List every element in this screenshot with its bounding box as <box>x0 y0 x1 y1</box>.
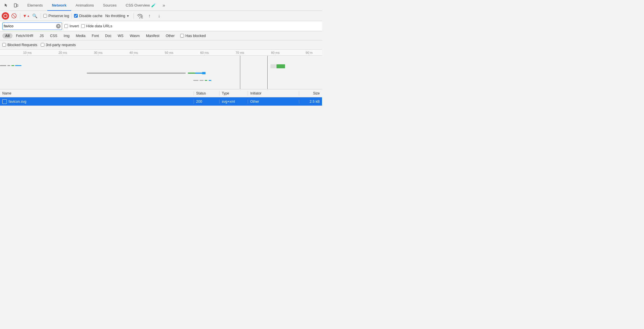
col-header-size: Size <box>299 91 322 95</box>
tab-elements[interactable]: Elements <box>23 0 47 11</box>
search-input[interactable] <box>4 24 56 28</box>
blocked-requests-checkbox[interactable]: Blocked Requests <box>2 43 37 47</box>
chevron-down-icon: ▼ <box>126 14 130 18</box>
filter-manifest[interactable]: Manifest <box>143 33 162 38</box>
upload-download-buttons: ↑ ↓ <box>146 12 163 20</box>
cursor-icon[interactable] <box>2 1 10 9</box>
row-size-cell: 2.5 kB <box>299 100 322 104</box>
separator-4 <box>134 13 134 19</box>
upload-button[interactable]: ↑ <box>146 12 153 20</box>
ruler-tick-60ms: 60 ms <box>200 51 209 55</box>
device-icon[interactable] <box>12 1 20 9</box>
ruler-tick-20ms: 20 ms <box>59 51 67 55</box>
download-button[interactable]: ↓ <box>155 12 163 20</box>
filter-doc[interactable]: Doc <box>102 33 114 38</box>
blocked-requests-input[interactable] <box>2 43 6 47</box>
hide-data-urls-input[interactable] <box>81 24 85 28</box>
timeline-area: 10 ms 20 ms 30 ms 40 ms 50 ms 60 ms 70 m… <box>0 50 322 89</box>
col-header-name: Name <box>0 91 194 95</box>
ruler-tick-40ms: 40 ms <box>129 51 138 55</box>
filter-img[interactable]: Img <box>61 33 72 38</box>
tab-network[interactable]: Network <box>47 0 71 11</box>
tab-animations[interactable]: Animations <box>71 0 99 11</box>
third-party-input[interactable] <box>41 43 44 47</box>
col-header-status: Status <box>194 91 220 95</box>
filter-wasm[interactable]: Wasm <box>127 33 143 38</box>
search-button[interactable]: 🔍 <box>31 12 38 20</box>
svg-rect-0 <box>14 4 17 7</box>
invert-input[interactable] <box>64 24 68 28</box>
table-row[interactable]: favicon.svg 200 svg+xml Other 2.5 kB <box>0 97 322 106</box>
separator-3 <box>71 13 72 19</box>
small-bar-group <box>270 64 285 68</box>
invert-checkbox[interactable]: Invert <box>64 24 79 28</box>
table-body: favicon.svg 200 svg+xml Other 2.5 kB <box>0 97 322 106</box>
tab-sources[interactable]: Sources <box>99 0 121 11</box>
table-header: Name Status Type Initiator Size <box>0 89 322 97</box>
row-status-cell: 200 <box>194 100 220 104</box>
col-header-initiator: Initiator <box>248 91 299 95</box>
throttle-select[interactable]: No throttling ▼ <box>104 13 131 18</box>
ruler-tick-70ms: 70 ms <box>236 51 244 55</box>
blocked-row: Blocked Requests 3rd-party requests <box>0 40 322 50</box>
timeline-content <box>0 56 322 89</box>
filter-media[interactable]: Media <box>73 33 88 38</box>
wifi-settings-icon[interactable] <box>136 12 143 20</box>
col-header-type: Type <box>220 91 248 95</box>
filter-other[interactable]: Other <box>163 33 177 38</box>
ruler-tick-10ms: 10 ms <box>23 51 32 55</box>
network-toolbar: 🚫 ▼▲ 🔍 Preserve log Disable cache No thr… <box>0 11 322 21</box>
svg-rect-1 <box>17 5 18 7</box>
filter-ws[interactable]: WS <box>115 33 126 38</box>
disable-cache-input[interactable] <box>74 14 78 18</box>
preserve-log-checkbox[interactable]: Preserve log <box>43 14 69 18</box>
filter-row: ✕ Invert Hide data URLs <box>0 21 322 31</box>
clear-button[interactable]: 🚫 <box>10 12 18 20</box>
record-dot <box>3 14 7 18</box>
row-name-cell: favicon.svg <box>0 99 194 104</box>
row-checkbox[interactable] <box>2 99 7 104</box>
preserve-log-input[interactable] <box>43 14 47 18</box>
record-button[interactable] <box>2 12 9 20</box>
clear-search-button[interactable]: ✕ <box>56 24 61 28</box>
blue-vertical-line <box>240 56 241 89</box>
row-initiator-cell: Other <box>248 100 299 104</box>
hide-data-urls-checkbox[interactable]: Hide data URLs <box>81 24 112 28</box>
ruler-tick-30ms: 30 ms <box>94 51 102 55</box>
timeline-ruler: 10 ms 20 ms 30 ms 40 ms 50 ms 60 ms 70 m… <box>0 50 322 56</box>
has-blocked-input[interactable] <box>180 34 184 38</box>
separator-1 <box>20 13 20 19</box>
type-filter-row: All Fetch/XHR JS CSS Img Media Font Doc … <box>0 31 322 40</box>
separator-2 <box>41 13 41 19</box>
tab-css-overview[interactable]: CSS Overview 🧪 <box>121 0 161 11</box>
disable-cache-checkbox[interactable]: Disable cache <box>74 14 102 18</box>
ruler-tick-50ms: 50 ms <box>165 51 173 55</box>
search-box: ✕ <box>2 22 62 30</box>
filter-button[interactable]: ▼▲ <box>22 12 30 20</box>
filter-js[interactable]: JS <box>37 33 47 38</box>
ruler-tick-90ms: 90 m <box>306 51 313 55</box>
filter-all[interactable]: All <box>2 33 13 38</box>
filter-font[interactable]: Font <box>89 33 102 38</box>
row-type-cell: svg+xml <box>220 100 248 104</box>
ruler-tick-80ms: 80 ms <box>271 51 280 55</box>
filter-fetch-xhr[interactable]: Fetch/XHR <box>13 33 36 38</box>
devtools-icons <box>2 1 20 9</box>
more-tabs-button[interactable]: » <box>160 3 167 8</box>
has-blocked-checkbox[interactable]: Has blocked <box>180 34 206 38</box>
waterfall-row-3 <box>193 79 322 82</box>
waterfall-row-2 <box>87 71 322 75</box>
third-party-checkbox[interactable]: 3rd-party requests <box>41 43 76 47</box>
tab-bar: Elements Network Animations Sources CSS … <box>0 0 322 11</box>
filter-css[interactable]: CSS <box>47 33 60 38</box>
red-vertical-line <box>267 56 268 89</box>
